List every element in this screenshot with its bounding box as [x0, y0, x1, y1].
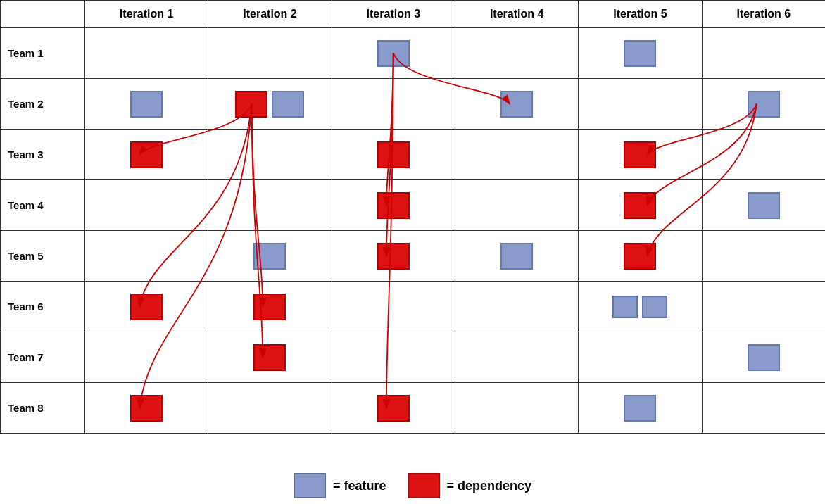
- team6-iter5b-feature: [642, 296, 667, 318]
- team1-label: Team 1: [1, 28, 85, 79]
- team7-iter1: [85, 332, 208, 383]
- team5-iter2: [208, 231, 332, 282]
- team5-iter5: [579, 231, 702, 282]
- table-row: Team 6: [1, 282, 826, 332]
- header-iter5: Iteration 5: [579, 1, 702, 28]
- team8-iter5: [579, 383, 702, 434]
- team2-iter6: [702, 79, 825, 130]
- team7-iter2-dependency: [253, 344, 286, 371]
- team1-iter4: [455, 28, 578, 79]
- team1-iter2: [208, 28, 332, 79]
- team2-iter3: [332, 79, 455, 130]
- team5-iter3: [332, 231, 455, 282]
- team3-iter5: [579, 130, 702, 180]
- team4-iter4: [455, 180, 578, 231]
- team1-iter3: [332, 28, 455, 79]
- team3-iter3: [332, 130, 455, 180]
- header-iter6: Iteration 6: [702, 1, 825, 28]
- team6-iter2-dependency: [253, 294, 286, 320]
- header-iter3: Iteration 3: [332, 1, 455, 28]
- team4-iter5-dependency: [624, 192, 656, 219]
- team2-label: Team 2: [1, 79, 85, 130]
- team2-iter1-feature: [130, 91, 163, 118]
- table-row: Team 1: [1, 28, 826, 79]
- team2-iter2: [208, 79, 332, 130]
- feature-legend: = feature: [294, 473, 386, 498]
- team4-iter5: [579, 180, 702, 231]
- team8-iter1: [85, 383, 208, 434]
- team4-iter3-dependency: [377, 192, 410, 219]
- team3-label: Team 3: [1, 130, 85, 180]
- team3-iter1: [85, 130, 208, 180]
- team7-iter3: [332, 332, 455, 383]
- team6-iter5: [579, 282, 702, 332]
- team1-iter5-feature: [624, 40, 656, 67]
- team2-iter5: [579, 79, 702, 130]
- team4-iter3: [332, 180, 455, 231]
- team1-iter6: [702, 28, 825, 79]
- feature-legend-label: = feature: [333, 479, 386, 493]
- team8-iter4: [455, 383, 578, 434]
- team5-iter2-feature: [253, 243, 286, 270]
- team8-iter1-dependency: [130, 395, 163, 422]
- header-iter4: Iteration 4: [455, 1, 578, 28]
- team5-label: Team 5: [1, 231, 85, 282]
- table-row: Team 2: [1, 79, 826, 130]
- team7-iter2: [208, 332, 332, 383]
- team8-iter2: [208, 383, 332, 434]
- team4-iter6: [702, 180, 825, 231]
- team6-iter2: [208, 282, 332, 332]
- team5-iter4: [455, 231, 578, 282]
- team1-iter3-feature: [377, 40, 410, 67]
- team2-iter6-feature: [748, 91, 780, 118]
- team4-iter6-feature: [748, 192, 780, 219]
- team8-iter5-feature: [624, 395, 656, 422]
- team3-iter5-dependency: [624, 141, 656, 168]
- dependency-legend-box: [408, 473, 440, 498]
- team2-iter4: [455, 79, 578, 130]
- table-row: Team 7: [1, 332, 826, 383]
- team6-iter1-dependency: [130, 294, 163, 320]
- team3-iter2: [208, 130, 332, 180]
- feature-legend-box: [294, 473, 326, 498]
- table-row: Team 8: [1, 383, 826, 434]
- team3-iter3-dependency: [377, 141, 410, 168]
- header-iter1: Iteration 1: [85, 1, 208, 28]
- team1-iter5: [579, 28, 702, 79]
- team7-iter6-feature: [748, 344, 780, 371]
- team6-iter3: [332, 282, 455, 332]
- team6-iter1: [85, 282, 208, 332]
- team6-iter4: [455, 282, 578, 332]
- team7-label: Team 7: [1, 332, 85, 383]
- team2-iter1: [85, 79, 208, 130]
- team5-iter3-dependency: [377, 243, 410, 270]
- team3-iter6: [702, 130, 825, 180]
- table-row: Team 5: [1, 231, 826, 282]
- team5-iter4-feature: [500, 243, 533, 270]
- team5-iter1: [85, 231, 208, 282]
- table-row: Team 3: [1, 130, 826, 180]
- team8-iter6: [702, 383, 825, 434]
- legend-area: = feature = dependency: [0, 465, 825, 504]
- team3-iter1-dependency: [130, 141, 163, 168]
- team2-iter2-feature: [272, 91, 304, 118]
- team8-iter3-dependency: [377, 395, 410, 422]
- team5-iter6: [702, 231, 825, 282]
- header-iter2: Iteration 2: [208, 1, 332, 28]
- grid-area: Iteration 1 Iteration 2 Iteration 3 Iter…: [0, 0, 825, 465]
- team4-iter1: [85, 180, 208, 231]
- team8-iter3: [332, 383, 455, 434]
- team6-iter5a-feature: [612, 296, 638, 318]
- team2-iter4-feature: [500, 91, 533, 118]
- team6-label: Team 6: [1, 282, 85, 332]
- dependency-legend-label: = dependency: [447, 479, 532, 493]
- team4-label: Team 4: [1, 180, 85, 231]
- team3-iter4: [455, 130, 578, 180]
- dependency-legend: = dependency: [408, 473, 532, 498]
- team1-iter1: [85, 28, 208, 79]
- team8-label: Team 8: [1, 383, 85, 434]
- team7-iter6: [702, 332, 825, 383]
- program-board: Iteration 1 Iteration 2 Iteration 3 Iter…: [0, 0, 825, 434]
- team7-iter5: [579, 332, 702, 383]
- team7-iter4: [455, 332, 578, 383]
